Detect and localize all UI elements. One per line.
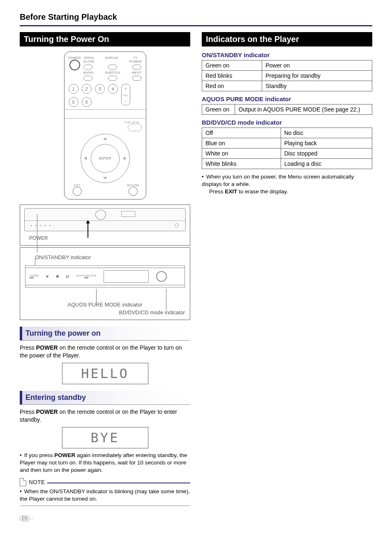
- note-label: NOTE: [29, 479, 45, 485]
- standby-bullet-before: If you press: [24, 452, 55, 458]
- pill-subtitle: [108, 76, 117, 81]
- right-bullet: When you turn on the power, the Menu scr…: [202, 173, 372, 196]
- table-row: OffNo disc: [202, 128, 372, 138]
- right-bullet-line2-after: to erase the display.: [237, 188, 288, 195]
- right-column: Indicators on the Player ON/STANDBY indi…: [202, 32, 372, 197]
- apm-led-icon: [84, 277, 88, 278]
- turning-on-text: Press POWER on the remote control or on …: [20, 344, 190, 360]
- display-hello: HELLO: [62, 363, 148, 384]
- table-title-mode: BD/DVD/CD mode indicator: [202, 119, 372, 126]
- pill-display: [108, 65, 117, 70]
- page-footer: EN -: [20, 516, 372, 521]
- remote-top-row: POWER OPEN/ CLOSE DISPLAY TV POWER: [69, 56, 142, 81]
- table-row: Red blinksPreparing for standby: [202, 71, 372, 81]
- panel-apm-area: AQUOS PURE MODE: [76, 274, 97, 278]
- player-front-diagram: ● ● ● ● ● POWER: [20, 204, 190, 246]
- cell: Loading a disc: [281, 159, 372, 169]
- subhead-standby: Entering standby: [20, 391, 190, 405]
- label-audio: AUDIO: [83, 71, 94, 74]
- on-standby-indicator-caption: ON/STANDBY indicator: [35, 254, 185, 260]
- note-bullet-dot-icon: [20, 488, 24, 494]
- popup-btn-icon: [128, 124, 142, 131]
- bullet-dot-icon: [20, 452, 24, 458]
- note-page-icon: [20, 478, 26, 486]
- table-onstandby: Green onPower on Red blinksPreparing for…: [202, 60, 372, 91]
- cell: White blinks: [202, 159, 281, 169]
- remote-power-label: POWER: [69, 56, 81, 60]
- remote-bottom-row: EXIT RETURN: [69, 184, 142, 197]
- note-rule: [47, 483, 190, 483]
- num-6: 6: [82, 97, 92, 107]
- remote-separator-wave: [65, 109, 146, 118]
- cell: Green on: [202, 104, 235, 115]
- vol-label: VOL: [123, 94, 128, 97]
- label-open-close: OPEN/ CLOSE: [83, 56, 95, 63]
- remote-diagram: POWER OPEN/ CLOSE DISPLAY TV POWER: [52, 51, 159, 200]
- remote-outline: POWER OPEN/ CLOSE DISPLAY TV POWER: [64, 51, 146, 200]
- player-unit: ● ● ● ● ●: [24, 208, 186, 231]
- cell: Blue on: [202, 138, 281, 149]
- table-row: Red onStandby: [202, 81, 372, 91]
- badge-icon: [121, 211, 135, 217]
- footer-en-badge: EN: [20, 516, 30, 521]
- dpad-ring: ENTER: [81, 134, 130, 183]
- table-row: Green onOutput in AQUOS PURE MODE (See p…: [202, 104, 372, 115]
- front-right-dot: [175, 223, 179, 227]
- callout-line-mode: [166, 289, 166, 310]
- standby-text: Press POWER on the remote control or on …: [20, 408, 190, 424]
- enter-button: ENTER: [91, 144, 120, 173]
- cell: Red blinks: [202, 71, 262, 81]
- section-indicators: Indicators on the Player: [202, 32, 372, 46]
- display-bye: BYE: [62, 427, 148, 448]
- return-area: RETURN: [126, 184, 140, 196]
- front-dots: ● ● ● ● ●: [30, 224, 52, 227]
- arrow-up-icon: [103, 137, 107, 140]
- right-bullet-line2: Press EXIT to erase the display.: [202, 188, 372, 195]
- cell: Red on: [202, 81, 262, 91]
- standby-led-icon: [30, 277, 34, 278]
- cell: Off: [202, 128, 281, 138]
- table-title-aquos: AQUOS PURE MODE indicator: [202, 95, 372, 102]
- arrow-up-callout: [88, 223, 88, 238]
- play-icon: [46, 275, 49, 278]
- arrow-left-icon: [84, 156, 87, 160]
- indicator-panel-diagram: ON/STANDBY indicator POWER AQUOS PURE MO…: [20, 247, 190, 320]
- table-title-onstandby: ON/STANDBY indicator: [202, 51, 372, 58]
- subhead-turning-on: Turning the power on: [20, 327, 190, 341]
- pill-tv-power: [132, 65, 141, 70]
- disc-slot-icon: [95, 210, 106, 220]
- panel-power-area: POWER: [30, 274, 39, 278]
- vol-minus-icon: −: [125, 99, 127, 104]
- table-row: White onDisc stopped: [202, 149, 372, 159]
- display-window-icon: [104, 270, 149, 283]
- num-3: 3: [95, 84, 105, 94]
- note-bullet: When the ON/STANDBY indicator is blinkin…: [20, 488, 190, 503]
- table-row: White blinksLoading a disc: [202, 159, 372, 169]
- return-label: RETURN: [126, 184, 140, 187]
- cell: Power on: [262, 60, 372, 71]
- label-display: DISPLAY: [105, 56, 118, 63]
- cell: Output in AQUOS PURE MODE (See page 22.): [235, 104, 372, 115]
- num-5: 5: [69, 97, 78, 107]
- two-column-layout: Turning the Power On POWER OPEN/ CLOSE D…: [20, 32, 372, 506]
- label-input: INPUT: [132, 71, 142, 74]
- page-title: Before Starting Playback: [20, 12, 372, 22]
- panel-content: POWER AQUOS PURE MODE: [30, 270, 180, 283]
- note-text: When the ON/STANDBY indicator is blinkin…: [20, 488, 190, 502]
- table-aquos: Green onOutput in AQUOS PURE MODE (See p…: [202, 104, 372, 115]
- standby-text-before: Press: [20, 408, 36, 415]
- vol-rocker: ＋ VOL −: [121, 84, 130, 105]
- remote-power-area: POWER: [69, 56, 81, 71]
- power-caption: POWER: [29, 235, 186, 241]
- panel-bot-line: [25, 285, 184, 285]
- cell: Playing back: [281, 138, 372, 149]
- note-header: NOTE: [20, 478, 190, 486]
- cell: Disc stopped: [281, 149, 372, 159]
- exit-area: EXIT: [70, 184, 84, 196]
- arrow-right-icon: [124, 156, 126, 160]
- mode-ring-icon: [156, 271, 167, 282]
- num-4: 4: [108, 84, 118, 94]
- table-row: Blue onPlaying back: [202, 138, 372, 149]
- num-2: 2: [82, 84, 92, 94]
- footer-dash: -: [31, 516, 33, 521]
